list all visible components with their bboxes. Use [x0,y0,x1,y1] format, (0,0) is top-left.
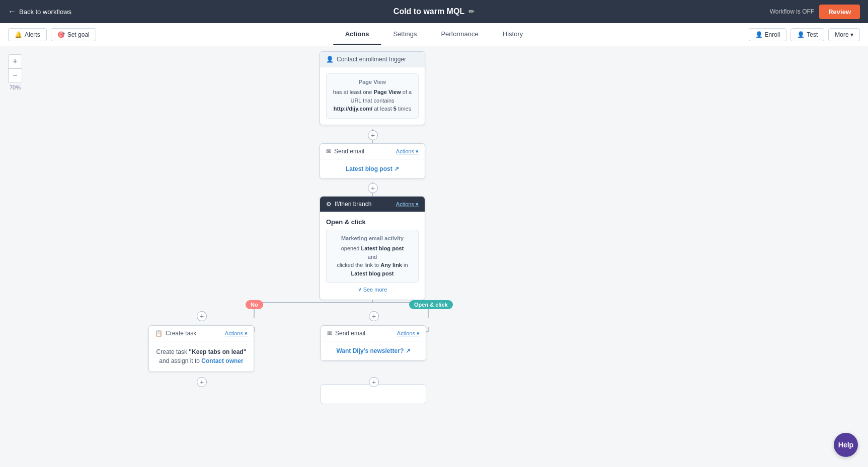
back-to-workflows-link[interactable]: ← Back to workflows [8,7,71,16]
chevron-down-icon: ∨ [358,286,362,293]
tab-history[interactable]: History [491,24,535,45]
branch-node-body: Open & click Marketing email activity op… [320,212,425,300]
create-task-label: Create task [166,330,196,337]
plus-after-send-email-1[interactable]: + [368,183,378,193]
sub-navbar: 🔔 Alerts 🎯 Set goal Actions Settings Per… [0,23,868,46]
help-button[interactable]: Help [834,433,858,457]
branch-header-left: ⚙ If/then branch [326,201,371,208]
branch-label-open-click: Open & click [409,300,453,309]
see-more-btn[interactable]: ∨ See more [326,283,419,294]
test-button[interactable]: 👤 Test [791,28,824,41]
plus-below-send-email-2[interactable]: + [369,377,379,387]
branch-icon: ⚙ [326,201,332,208]
tab-performance[interactable]: Performance [429,24,490,45]
create-task-header: 📋 Create task Actions ▾ [149,326,254,341]
sub-nav-tabs: Actions Settings Performance History [333,24,535,45]
create-task-node[interactable]: 📋 Create task Actions ▾ Create task "Kee… [148,325,254,372]
email-icon: ✉ [326,148,331,155]
branch-node-header: ⚙ If/then branch Actions ▾ [320,197,425,212]
review-button[interactable]: Review [819,5,860,19]
workflow-canvas: + − 70% 👤 Contact enrollment trigger [0,46,868,467]
send-email-2-body: Want Dijy's newsletter? ↗ [321,341,426,360]
trigger-inner-card: Page View has at least one Page View of … [326,73,419,119]
enroll-button[interactable]: 👤 Enroll [749,28,787,41]
trigger-node-header: 👤 Contact enrollment trigger [320,52,425,67]
branch-header-actions[interactable]: Actions ▾ [396,201,419,208]
alert-icon: 🔔 [15,31,22,38]
set-goal-label: Set goal [67,31,90,38]
email-2-icon: ✉ [327,330,332,337]
alerts-label: Alerts [25,31,40,38]
branch-label-no: No [246,300,263,309]
send-email-2-label: Send email [335,330,365,337]
top-nav-right: Workflow is OFF Review [770,5,860,19]
create-task-body: Create task "Keep tabs on lead" and assi… [149,341,254,371]
zoom-level-label: 70% [8,84,22,90]
back-label: Back to workflows [19,8,71,16]
branch-header-label: If/then branch [335,201,371,208]
sub-nav-left: 🔔 Alerts 🎯 Set goal [8,28,96,41]
back-arrow-icon: ← [8,7,16,16]
tab-actions[interactable]: Actions [333,24,381,45]
send-email-1-label: Send email [334,148,364,155]
trigger-node[interactable]: 👤 Contact enrollment trigger Page View h… [320,51,425,125]
trigger-card-text: has at least one Page View of a URL that… [333,88,412,113]
plus-no-branch[interactable]: + [197,311,207,321]
send-email-2-header: ✉ Send email Actions ▾ [321,326,426,341]
send-email-1-header: ✉ Send email Actions ▾ [320,144,425,159]
plus-below-create-task[interactable]: + [197,377,207,387]
edit-title-icon[interactable]: ✏ [468,8,475,16]
send-email-2-link[interactable]: Want Dijy's newsletter? ↗ [336,347,410,354]
zoom-controls: + − 70% [8,54,22,90]
send-email-2-header-left: ✉ Send email [327,330,365,337]
create-task-body-text: Create task "Keep tabs on lead" and assi… [155,347,248,365]
sub-nav-right: 👤 Enroll 👤 Test More ▾ [749,28,860,41]
branch-body-title: Open & click [326,218,419,226]
trigger-header-label: Contact enrollment trigger [337,56,406,63]
more-button[interactable]: More ▾ [828,28,860,41]
connector-lines [0,46,868,467]
workflow-title-text: Cold to warm MQL [393,7,464,16]
branch-node[interactable]: ⚙ If/then branch Actions ▾ Open & click … [320,196,425,300]
plus-after-trigger[interactable]: + [368,130,378,140]
workflow-status-label: Workflow is OFF [770,8,814,15]
contact-owner-link[interactable]: Contact owner [201,357,243,364]
create-task-header-left: 📋 Create task [155,330,196,337]
plus-open-click-branch[interactable]: + [369,311,379,321]
send-email-1-header-left: ✉ Send email [326,148,364,155]
branch-card-text: opened Latest blog post and clicked the … [333,244,412,277]
send-email-2-node[interactable]: ✉ Send email Actions ▾ Want Dijy's newsl… [321,325,426,361]
task-icon: 📋 [155,330,163,337]
top-navbar: ← Back to workflows Cold to warm MQL ✏ W… [0,0,868,23]
test-icon: 👤 [797,31,805,38]
workflow-title-group: Cold to warm MQL ✏ [393,7,475,16]
branch-card-title: Marketing email activity [333,235,412,241]
person-trigger-icon: 👤 [326,56,334,63]
send-email-1-body: Latest blog post ↗ [320,159,425,178]
trigger-node-body: Page View has at least one Page View of … [320,67,425,125]
trigger-card-title: Page View [333,79,412,85]
set-goal-button[interactable]: 🎯 Set goal [51,28,96,41]
branch-inner-card: Marketing email activity opened Latest b… [326,230,419,283]
goal-icon: 🎯 [57,31,65,38]
alerts-button[interactable]: 🔔 Alerts [8,28,47,41]
bottom-placeholder-node [321,384,426,404]
zoom-in-button[interactable]: + [8,54,22,68]
send-email-2-actions[interactable]: Actions ▾ [397,330,420,337]
create-task-actions[interactable]: Actions ▾ [225,330,248,337]
send-email-1-node[interactable]: ✉ Send email Actions ▾ Latest blog post … [320,143,425,179]
zoom-out-button[interactable]: − [8,68,22,82]
send-email-1-actions[interactable]: Actions ▾ [396,148,419,155]
send-email-1-link[interactable]: Latest blog post ↗ [346,165,399,172]
tab-settings[interactable]: Settings [381,24,429,45]
person-icon: 👤 [755,31,763,38]
